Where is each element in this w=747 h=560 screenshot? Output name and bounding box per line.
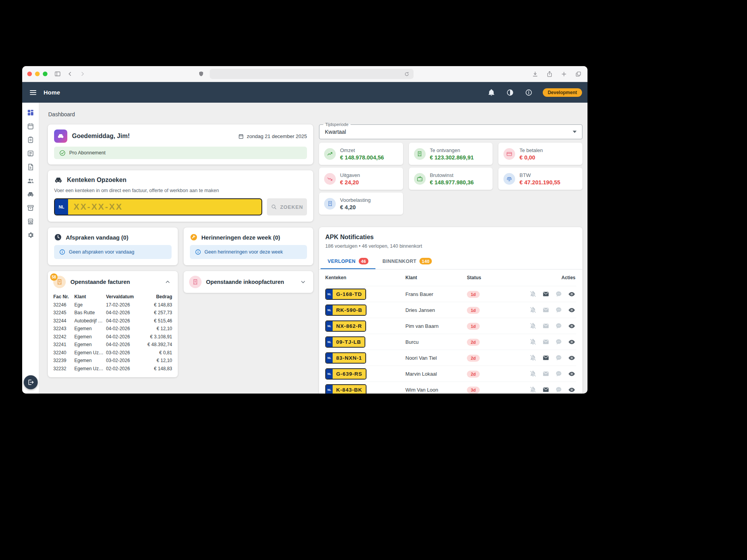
zoeken-button[interactable]: ZOEKEN <box>267 198 307 215</box>
plate-country-strip: NL <box>326 369 333 379</box>
notifications-bell-icon[interactable] <box>487 88 496 97</box>
send-message-icon[interactable] <box>555 354 563 362</box>
calendar-icon <box>238 133 244 139</box>
zoom-window-button[interactable] <box>43 72 47 76</box>
send-mail-icon[interactable] <box>542 354 550 362</box>
notifications-muted-icon[interactable] <box>529 370 537 378</box>
apk-notificaties-card: APK Notificaties 186 voertuigen • 46 ver… <box>319 227 582 394</box>
sidebar-item-winkel[interactable] <box>22 215 39 228</box>
expand-chevron-down-icon[interactable] <box>298 277 308 287</box>
stat-label: BTW <box>519 172 560 178</box>
send-message-icon[interactable] <box>555 386 563 394</box>
tab-badge: 140 <box>419 258 432 264</box>
kenteken-card: Kenteken Opzoeken Voer een kenteken in o… <box>48 170 313 222</box>
clock-icon <box>54 233 62 241</box>
send-mail-icon[interactable] <box>542 370 550 378</box>
shield-icon[interactable] <box>196 69 206 79</box>
sidebar-item-klanten[interactable] <box>22 174 39 187</box>
car-icon <box>54 176 63 184</box>
column-header: Klant <box>74 293 105 301</box>
facturen-table: Fac Nr. Klant Vervaldatum Bedrag 32246 <box>53 293 172 373</box>
stat-label: Te ontvangen <box>430 147 474 153</box>
invoice-number: 32246 <box>53 301 73 309</box>
status-badge: 2d <box>467 371 480 378</box>
back-icon[interactable] <box>65 69 75 79</box>
table-row: 32243 Egemen 04-02-2026 € 12,10 <box>53 325 172 333</box>
view-details-icon[interactable] <box>568 322 575 330</box>
info-icon[interactable] <box>524 88 533 97</box>
view-details-icon[interactable] <box>568 354 575 362</box>
view-details-icon[interactable] <box>568 306 575 314</box>
send-message-icon[interactable] <box>555 322 563 330</box>
view-details-icon[interactable] <box>568 386 575 394</box>
send-mail-icon[interactable] <box>542 338 550 346</box>
collapse-chevron-up-icon[interactable] <box>163 277 172 287</box>
subscription-label: Pro Abonnement <box>69 150 105 156</box>
sidebar-item-instellingen[interactable] <box>22 228 39 242</box>
notifications-muted-icon[interactable] <box>529 354 537 362</box>
stat-label: Brutowinst <box>430 172 474 178</box>
send-message-icon[interactable] <box>555 306 563 314</box>
notifications-muted-icon[interactable] <box>529 386 537 394</box>
share-icon[interactable] <box>545 69 554 79</box>
stat-value: € 0,00 <box>519 154 543 161</box>
theme-toggle-icon[interactable] <box>505 88 515 97</box>
sidebar-toggle-icon[interactable] <box>53 69 62 79</box>
column-header: Acties <box>513 275 576 280</box>
sidebar-item-voertuigen[interactable] <box>22 187 39 201</box>
send-mail-icon[interactable] <box>542 290 550 298</box>
sidebar-item-offertes[interactable] <box>22 147 39 160</box>
tab-label: BINNENKORT <box>382 259 416 264</box>
send-message-icon[interactable] <box>555 338 563 346</box>
sidebar-item-facturen[interactable] <box>22 160 39 174</box>
plate-number: G-168-TD <box>333 289 365 299</box>
tijdsperiode-select[interactable]: Tijdsperiode Kwartaal <box>319 124 582 139</box>
sidebar-item-dashboard[interactable] <box>22 106 39 119</box>
view-details-icon[interactable] <box>568 290 575 298</box>
address-bar[interactable] <box>210 69 414 79</box>
sidebar-item-voorraad[interactable] <box>22 201 39 215</box>
send-mail-icon[interactable] <box>542 322 550 330</box>
send-mail-icon[interactable] <box>542 306 550 314</box>
notifications-muted-icon[interactable] <box>529 306 537 314</box>
column-header: Kenteken <box>325 275 405 280</box>
tab-overview-icon[interactable] <box>573 69 583 79</box>
sidebar-item-werkbonnen[interactable] <box>22 133 39 147</box>
info-circle-icon <box>195 249 201 255</box>
new-tab-icon[interactable] <box>559 69 568 79</box>
send-mail-icon[interactable] <box>542 386 550 394</box>
tab-binnenkort[interactable]: BINNENKORT 140 <box>375 254 439 269</box>
reload-icon[interactable] <box>403 70 410 77</box>
menu-icon[interactable] <box>28 87 39 98</box>
status-badge: 3d <box>467 387 480 394</box>
forward-icon[interactable] <box>78 69 87 79</box>
plate-country-strip: NL <box>326 385 333 394</box>
send-message-icon[interactable] <box>555 370 563 378</box>
stat-icon <box>503 148 515 160</box>
plate-country-strip: NL <box>326 289 333 299</box>
notifications-muted-icon[interactable] <box>529 322 537 330</box>
logout-button[interactable] <box>24 375 38 389</box>
view-details-icon[interactable] <box>568 370 575 378</box>
sidebar-item-agenda[interactable] <box>22 119 39 133</box>
plate-country-strip: NL <box>326 353 333 363</box>
minimize-window-button[interactable] <box>35 72 40 76</box>
stat-card: Te betalen € 0,00 <box>498 143 582 165</box>
kenteken-input[interactable] <box>68 199 261 215</box>
notifications-muted-icon[interactable] <box>529 338 537 346</box>
table-row: 32246 Ege 17-02-2026 € 148,83 <box>53 301 172 309</box>
notifications-muted-icon[interactable] <box>529 290 537 298</box>
inkoopfacturen-title: Openstaande inkoopfacturen <box>206 279 284 285</box>
plate-number: 09-TJ-LB <box>333 337 365 347</box>
kenteken-title: Kenteken Opzoeken <box>67 177 126 184</box>
view-details-icon[interactable] <box>568 338 575 346</box>
send-message-icon[interactable] <box>555 290 563 298</box>
invoice-customer: Egemen <box>74 325 105 333</box>
invoice-amount: € 12,10 <box>142 325 172 333</box>
invoice-customer: Egemen <box>74 357 105 365</box>
apk-notification-row: NL G-639-RS Marvin Lokaal 2d <box>325 366 576 382</box>
downloads-icon[interactable] <box>530 69 540 79</box>
tijdsperiode-label: Tijdsperiode <box>323 122 351 127</box>
close-window-button[interactable] <box>27 72 32 76</box>
tab-verlopen[interactable]: VERLOPEN 46 <box>321 254 375 269</box>
